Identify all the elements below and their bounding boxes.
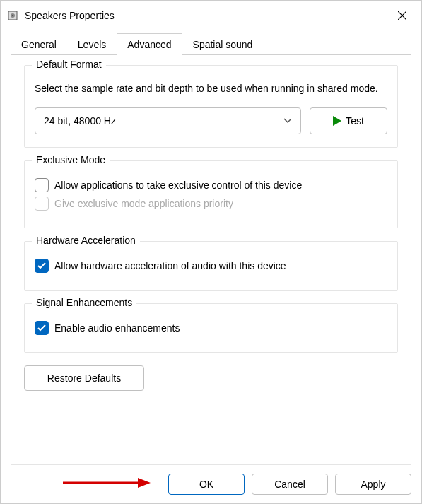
test-button-label: Test <box>346 115 364 127</box>
chevron-down-icon <box>283 116 292 126</box>
sample-rate-select[interactable]: 24 bit, 48000 Hz <box>35 107 301 134</box>
check-icon <box>37 262 46 269</box>
hardware-accel-group: Hardware Acceleration Allow hardware acc… <box>24 241 398 291</box>
format-row: 24 bit, 48000 Hz Test <box>35 107 387 134</box>
tab-general[interactable]: General <box>11 33 67 55</box>
dialog-footer: OK Cancel Apply <box>1 465 421 503</box>
cancel-button-label: Cancel <box>274 479 305 490</box>
cancel-button[interactable]: Cancel <box>252 474 328 495</box>
default-format-group: Default Format Select the sample rate an… <box>24 65 398 148</box>
exclusive-mode-group: Exclusive Mode Allow applications to tak… <box>24 160 398 228</box>
hardware-accel-row: Allow hardware acceleration of audio wit… <box>35 259 387 273</box>
ok-button[interactable]: OK <box>168 474 245 495</box>
sample-rate-value: 24 bit, 48000 Hz <box>44 115 116 127</box>
exclusive-allow-row: Allow applications to take exclusive con… <box>35 178 387 192</box>
test-button[interactable]: Test <box>310 107 387 134</box>
apply-button-label: Apply <box>361 479 385 490</box>
tab-levels[interactable]: Levels <box>67 33 117 55</box>
hardware-accel-label: Allow hardware acceleration of audio wit… <box>54 260 286 271</box>
apply-button[interactable]: Apply <box>335 474 411 495</box>
svg-marker-6 <box>138 478 151 488</box>
restore-defaults-button[interactable]: Restore Defaults <box>24 365 144 391</box>
tab-content: Default Format Select the sample rate an… <box>11 55 411 465</box>
exclusive-priority-row: Give exclusive mode applications priorit… <box>35 197 387 211</box>
tab-spatial[interactable]: Spatial sound <box>182 33 264 55</box>
signal-enhance-legend: Signal Enhancements <box>32 297 136 308</box>
arrow-annotation <box>61 476 153 493</box>
default-format-description: Select the sample rate and bit depth to … <box>35 81 387 96</box>
close-icon <box>398 11 406 20</box>
default-format-legend: Default Format <box>32 59 106 70</box>
check-icon <box>37 324 46 332</box>
speakers-properties-window: Speakers Properties General Levels Advan… <box>0 0 422 504</box>
svg-point-2 <box>12 15 13 16</box>
tab-advanced[interactable]: Advanced <box>117 33 182 56</box>
speaker-app-icon <box>6 9 19 22</box>
tab-bar: General Levels Advanced Spatial sound <box>1 30 421 55</box>
titlebar: Speakers Properties <box>1 1 421 30</box>
play-icon <box>333 116 341 126</box>
exclusive-allow-label: Allow applications to take exclusive con… <box>54 180 302 191</box>
exclusive-priority-checkbox <box>35 197 49 211</box>
window-title: Speakers Properties <box>25 10 386 21</box>
exclusive-priority-label: Give exclusive mode applications priorit… <box>54 198 233 209</box>
signal-enhance-checkbox[interactable] <box>35 321 49 335</box>
hardware-accel-checkbox[interactable] <box>35 259 49 273</box>
hardware-accel-legend: Hardware Acceleration <box>32 235 140 246</box>
exclusive-mode-legend: Exclusive Mode <box>32 154 110 165</box>
restore-defaults-label: Restore Defaults <box>47 373 121 384</box>
signal-enhance-row: Enable audio enhancements <box>35 321 387 335</box>
signal-enhance-label: Enable audio enhancements <box>54 322 180 334</box>
close-button[interactable] <box>386 4 418 27</box>
exclusive-allow-checkbox[interactable] <box>35 178 49 192</box>
ok-button-label: OK <box>199 479 213 490</box>
signal-enhance-group: Signal Enhancements Enable audio enhance… <box>24 303 398 353</box>
